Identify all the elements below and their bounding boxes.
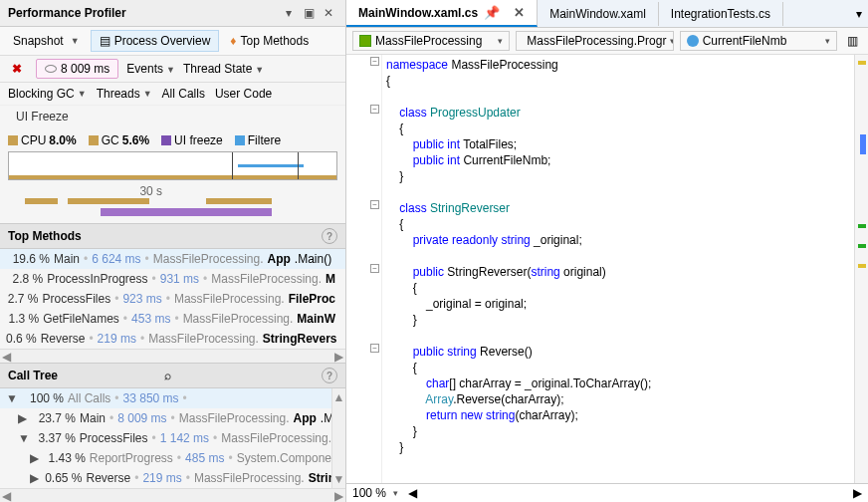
tab-integrationtests[interactable]: IntegrationTests.cs [659, 2, 783, 26]
pin-icon[interactable]: 📌 [484, 5, 500, 20]
tab-mainwindow-cs[interactable]: MainWindow.xaml.cs 📌 ✕ [346, 0, 538, 27]
profiler-header: Performance Profiler ▾ ▣ ✕ [0, 0, 345, 27]
top-method-row[interactable]: 2.8 % ProcessInProgress • 931 ms • MassF… [0, 269, 345, 289]
blocking-gc-dropdown[interactable]: Blocking GC▼ [8, 87, 87, 101]
close-tab-icon[interactable]: ✕ [514, 5, 525, 20]
tab-mainwindow-xaml[interactable]: MainWindow.xaml [538, 2, 659, 26]
clear-icon[interactable]: ✖ [12, 62, 22, 76]
profiler-toolbar: Snapshot▼ ▤Process Overview ♦Top Methods [0, 27, 345, 56]
time-badge[interactable]: 8 009 ms [36, 59, 118, 79]
filters-row: Blocking GC▼ Threads▼ All Calls User Cod… [0, 83, 345, 106]
scroll-right-icon[interactable]: ▶ [853, 486, 862, 500]
top-method-row[interactable]: 1.3 % GetFileNames • 453 ms • MassFilePr… [0, 309, 345, 329]
call-tree-row[interactable]: ▼3.37 % ProcessFiles • 1 142 ms • MassFi… [0, 428, 345, 448]
window-dropdown-icon[interactable]: ▾ [280, 4, 298, 22]
flame-icon: ♦ [230, 34, 236, 48]
top-methods-btn[interactable]: ♦Top Methods [221, 30, 318, 52]
editor-tabs: MainWindow.xaml.cs 📌 ✕ MainWindow.xaml I… [346, 0, 868, 28]
csharp-icon [359, 35, 371, 47]
hierarchy-icon: ▤ [100, 34, 110, 48]
split-icon[interactable]: ▥ [843, 34, 862, 48]
events-dropdown[interactable]: Events▼ [126, 62, 175, 76]
pin-icon[interactable]: ▣ [300, 4, 318, 22]
code-footer: 100 % ▾ ◀ ▶ [346, 483, 868, 502]
call-tree-row[interactable]: ▼100 % All Calls • 33 850 ms • [0, 388, 345, 408]
thread-state-dropdown[interactable]: Thread State▼ [183, 62, 264, 76]
legend: CPU 8.0% GC 5.6% UI freeze Filtere [0, 127, 345, 149]
eye-icon [45, 65, 57, 73]
call-tree-row[interactable]: ▶1.43 % ReportProgress • 485 ms • System… [0, 448, 345, 468]
timescale: 30 s [8, 184, 337, 194]
cpu-swatch [8, 135, 18, 145]
gc-swatch [89, 135, 99, 145]
call-tree-row[interactable]: ▶0.65 % Reverse • 219 ms • MassFileProce… [0, 468, 345, 488]
scroll-left-icon[interactable]: ◀ [408, 486, 417, 500]
help-icon[interactable]: ? [322, 228, 337, 244]
call-tree-header: Call Tree ⌕ ? [0, 363, 345, 388]
help-icon[interactable]: ? [322, 368, 337, 383]
all-calls-filter[interactable]: All Calls [162, 87, 205, 101]
threads-dropdown[interactable]: Threads▼ [97, 87, 152, 101]
fold-icon[interactable]: − [370, 200, 379, 209]
namespace-combo[interactable]: MassFileProcessing▾ [352, 31, 510, 51]
search-icon[interactable]: ⌕ [164, 369, 171, 382]
ui-swatch [161, 135, 171, 145]
zoom-label[interactable]: 100 % [352, 486, 386, 500]
top-method-row[interactable]: 19.6 % Main • 6 624 ms • MassFileProcess… [0, 249, 345, 269]
top-methods-list: 19.6 % Main • 6 624 ms • MassFileProcess… [0, 249, 345, 349]
process-overview-btn[interactable]: ▤Process Overview [91, 30, 220, 52]
fold-icon[interactable]: − [370, 105, 379, 114]
fold-icon[interactable]: − [370, 344, 379, 353]
field-icon [687, 35, 699, 47]
top-methods-header: Top Methods ? [0, 223, 345, 249]
top-method-row[interactable]: 2.7 % ProcessFiles • 923 ms • MassFilePr… [0, 289, 345, 309]
panel-title: Performance Profiler [8, 6, 278, 20]
status-text: UI Freeze [0, 106, 345, 127]
call-tree-row[interactable]: ▶23.7 % Main • 8 009 ms • MassFileProces… [0, 408, 345, 428]
close-icon[interactable]: ✕ [320, 4, 337, 22]
context-bar: MassFileProcessing▾ MassFileProcessing.P… [346, 28, 868, 55]
h-scrollbar[interactable]: ◀▶ [0, 488, 345, 502]
marker-strip[interactable] [854, 55, 868, 483]
user-code-filter[interactable]: User Code [215, 87, 272, 101]
filter-swatch [235, 135, 245, 145]
call-tree-list: ▼100 % All Calls • 33 850 ms • ▶23.7 % M… [0, 388, 345, 488]
top-method-row[interactable]: 0.6 % Reverse • 219 ms • MassFileProcess… [0, 329, 345, 349]
class-combo[interactable]: MassFileProcessing.Progr▾ [516, 31, 673, 51]
member-combo[interactable]: CurrentFileNmb▾ [680, 31, 837, 51]
tabs-overflow-icon[interactable]: ▾ [856, 7, 862, 21]
h-scrollbar[interactable]: ◀▶ [0, 349, 345, 363]
spans[interactable] [8, 196, 337, 215]
fold-icon[interactable]: − [370, 264, 379, 273]
profiler-toolbar2: ✖ 8 009 ms Events▼ Thread State▼ [0, 56, 345, 83]
gutter[interactable]: − − − − − [346, 55, 382, 483]
v-scrollbar[interactable]: ▲▼ [331, 388, 345, 488]
fold-icon[interactable]: − [370, 57, 379, 66]
timeline[interactable] [8, 151, 337, 180]
code-editor[interactable]: namespace MassFileProcessing { class Pro… [382, 55, 854, 483]
zoom-dropdown-icon[interactable]: ▾ [393, 488, 398, 498]
snapshot-dropdown[interactable]: Snapshot▼ [4, 30, 89, 52]
